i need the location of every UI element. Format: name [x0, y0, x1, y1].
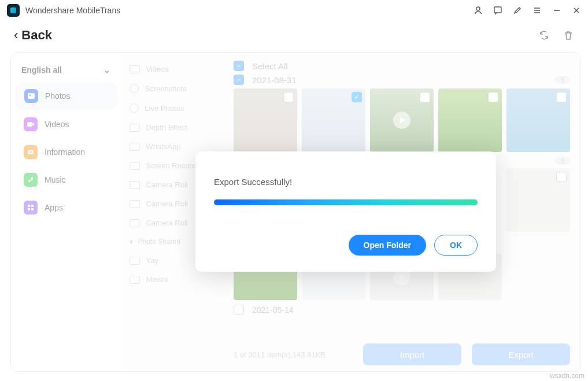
- thumb-checkbox[interactable]: ✓: [352, 92, 362, 102]
- edit-icon[interactable]: [513, 6, 522, 15]
- back-label[interactable]: Back: [21, 28, 52, 43]
- progress-bar: [214, 199, 478, 205]
- album-item-videos[interactable]: Videos: [121, 60, 228, 79]
- thumb-checkbox[interactable]: [283, 92, 294, 102]
- select-all-checkbox[interactable]: −: [234, 61, 244, 71]
- album-item-meishi[interactable]: Meishi: [121, 270, 228, 289]
- chevron-down-icon: ⌄: [103, 65, 110, 75]
- folder-icon: [130, 200, 140, 208]
- play-icon: [393, 112, 411, 129]
- album-label: Meishi: [146, 275, 168, 284]
- select-all-label: Select All: [252, 61, 288, 71]
- thumb-checkbox[interactable]: [420, 92, 430, 102]
- album-label: Camera Roll: [146, 199, 187, 208]
- back-bar: ‹ Back: [0, 21, 588, 50]
- feedback-icon[interactable]: [493, 6, 502, 15]
- folder-icon: [130, 276, 140, 284]
- sidebar-item-label: Videos: [45, 120, 69, 129]
- svg-rect-11: [28, 208, 30, 210]
- app-logo-icon: [7, 4, 20, 17]
- sidebar-item-label: Music: [45, 175, 66, 184]
- date-label: 2021-05-14: [252, 305, 294, 315]
- music-icon: [24, 173, 38, 187]
- date-group-header[interactable]: − 2021-08-31 5: [234, 75, 570, 85]
- thumb-checkbox[interactable]: [488, 92, 498, 102]
- watermark: wsxdn.com: [550, 372, 585, 380]
- sidebar: English all ⌄ Photos Videos Information …: [11, 53, 121, 371]
- date-group-header[interactable]: 2021-05-14: [234, 305, 570, 315]
- folder-icon: [130, 65, 140, 73]
- svg-rect-4: [27, 122, 32, 127]
- close-icon[interactable]: [572, 6, 581, 15]
- selection-status: 1 of 3011 Item(s),143.81KB: [234, 350, 326, 359]
- folder-icon: [130, 124, 140, 132]
- thumb-checkbox[interactable]: [556, 172, 567, 182]
- album-item-screenshots[interactable]: Screenshots: [121, 79, 228, 98]
- svg-rect-9: [28, 205, 30, 207]
- sidebar-item-music[interactable]: Music: [16, 167, 116, 193]
- delete-icon[interactable]: [563, 29, 574, 41]
- screenshot-icon: [130, 84, 139, 93]
- chevron-down-icon: ▾: [130, 238, 133, 246]
- photos-icon: [24, 89, 38, 103]
- sidebar-item-photos[interactable]: Photos: [16, 83, 116, 109]
- import-button[interactable]: Import: [363, 343, 461, 365]
- album-label: WhatsApp: [146, 142, 180, 151]
- count-badge: 9: [555, 157, 570, 165]
- app-title: Wondershare MobileTrans: [25, 6, 120, 15]
- album-section-label: Photo Shared: [138, 238, 180, 246]
- sidebar-item-apps[interactable]: Apps: [16, 195, 116, 220]
- photo-thumbnail[interactable]: [370, 88, 434, 152]
- album-label: Camera Roll: [146, 180, 187, 189]
- group-checkbox[interactable]: −: [234, 75, 244, 85]
- count-badge: 5: [555, 76, 570, 84]
- thumbnail-row: ✓: [234, 88, 570, 152]
- photo-thumbnail[interactable]: ✓: [302, 88, 365, 152]
- menu-icon[interactable]: [532, 6, 542, 15]
- album-label: Screenshots: [145, 84, 186, 93]
- bottom-bar: 1 of 3011 Item(s),143.81KB Import Export: [234, 343, 570, 365]
- photo-thumbnail[interactable]: [438, 88, 502, 152]
- select-all-row[interactable]: − Select All: [234, 61, 570, 71]
- photo-thumbnail[interactable]: [234, 88, 297, 152]
- open-folder-button[interactable]: Open Folder: [349, 235, 426, 256]
- minimize-icon[interactable]: [552, 6, 561, 15]
- account-icon[interactable]: [474, 6, 483, 15]
- sidebar-item-information[interactable]: Information: [16, 139, 116, 165]
- svg-rect-1: [494, 7, 501, 13]
- album-item-deptheffect[interactable]: Depth Effect: [121, 118, 228, 137]
- back-chevron-icon[interactable]: ‹: [14, 28, 18, 43]
- sidebar-header-label: English all: [21, 65, 62, 75]
- svg-rect-2: [28, 93, 35, 99]
- sidebar-item-label: Information: [45, 147, 85, 157]
- thumb-checkbox[interactable]: [556, 92, 567, 102]
- title-bar: Wondershare MobileTrans: [0, 0, 588, 21]
- dialog-title: Export Successfully!: [214, 177, 478, 187]
- svg-point-7: [30, 151, 31, 153]
- album-item-livephotos[interactable]: Live Photos: [121, 98, 228, 118]
- sidebar-item-label: Apps: [45, 203, 63, 212]
- group-checkbox[interactable]: [234, 305, 244, 315]
- date-label: 2021-08-31: [252, 75, 297, 85]
- svg-point-8: [31, 151, 32, 153]
- album-label: Camera Roll: [146, 219, 187, 227]
- album-label: Live Photos: [145, 104, 184, 113]
- information-icon: [24, 145, 38, 159]
- ok-button[interactable]: OK: [434, 235, 478, 256]
- folder-icon: [130, 219, 140, 227]
- folder-icon: [130, 143, 140, 151]
- svg-rect-10: [31, 205, 34, 207]
- svg-rect-12: [31, 208, 34, 210]
- sidebar-language-dropdown[interactable]: English all ⌄: [11, 60, 121, 80]
- album-label: Yay: [146, 256, 158, 265]
- apps-icon: [24, 201, 38, 214]
- export-button[interactable]: Export: [472, 343, 570, 365]
- photo-thumbnail[interactable]: [506, 168, 570, 232]
- refresh-icon[interactable]: [538, 29, 550, 41]
- photo-thumbnail[interactable]: [506, 88, 570, 152]
- sidebar-item-videos[interactable]: Videos: [16, 112, 116, 137]
- folder-icon: [130, 257, 140, 265]
- livephoto-icon: [130, 103, 139, 113]
- sidebar-item-label: Photos: [45, 91, 71, 101]
- album-label: Screen Recorder: [146, 161, 202, 170]
